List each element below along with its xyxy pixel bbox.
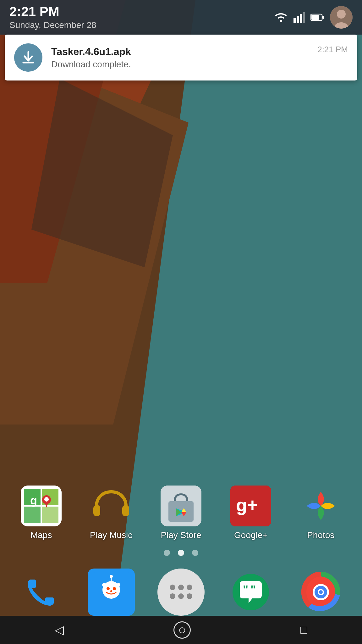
svg-point-42 (161, 572, 201, 613)
play-music-icon-img (91, 486, 132, 526)
google-plus-label: Google+ (234, 530, 268, 540)
notification-time: 2:21 PM (317, 45, 348, 54)
app-maps[interactable]: g Maps (14, 486, 69, 540)
wallpaper (0, 0, 362, 644)
svg-point-48 (187, 593, 192, 599)
status-date: Sunday, December 28 (9, 20, 274, 30)
svg-point-9 (337, 10, 346, 19)
svg-rect-4 (303, 12, 305, 23)
svg-point-35 (107, 587, 110, 590)
signal-icon (293, 12, 305, 23)
gplus-icon-img: g+ (230, 486, 271, 526)
dock-phone[interactable] (18, 569, 65, 616)
battery-icon (310, 13, 324, 22)
status-right (274, 6, 353, 29)
page-dot-3[interactable] (192, 550, 198, 556)
svg-text:g+: g+ (236, 495, 258, 515)
photos-icon-img (300, 486, 341, 526)
notification-card[interactable]: Tasker.4.6u1.apk Download complete. 2:21… (5, 35, 357, 80)
svg-rect-14 (24, 506, 41, 523)
page-indicators (0, 550, 362, 556)
svg-rect-1 (293, 18, 296, 23)
svg-point-0 (280, 20, 282, 22)
svg-rect-22 (93, 505, 100, 516)
maps-label: Maps (30, 530, 52, 540)
page-dot-1[interactable] (164, 550, 170, 556)
svg-text:g: g (30, 494, 37, 507)
svg-rect-2 (297, 16, 299, 23)
svg-text:": " (250, 583, 256, 596)
nav-bar: ◁ ○ □ (0, 616, 362, 644)
play-store-icon-img (161, 486, 201, 526)
svg-point-36 (113, 587, 116, 590)
nav-recents[interactable]: □ (300, 623, 307, 636)
svg-point-37 (102, 583, 106, 587)
dock-chrome[interactable] (297, 569, 344, 616)
svg-rect-15 (41, 506, 58, 523)
nav-home[interactable]: ○ (173, 621, 191, 639)
svg-rect-6 (322, 16, 324, 19)
svg-point-45 (187, 585, 192, 590)
maps-icon-img: g (21, 486, 62, 526)
svg-rect-7 (311, 15, 319, 20)
status-left: 2:21 PM Sunday, December 28 (9, 4, 274, 30)
status-bar: 2:21 PM Sunday, December 28 (0, 0, 362, 35)
app-google-plus[interactable]: g+ Google+ (223, 486, 278, 540)
svg-text:": " (243, 583, 248, 596)
notification-content: Tasker.4.6u1.apk Download complete. (51, 46, 317, 69)
dock-app-drawer[interactable] (157, 569, 205, 616)
play-music-label: Play Music (90, 530, 132, 540)
app-photos[interactable]: Photos (293, 486, 348, 540)
notification-title: Tasker.4.6u1.apk (51, 46, 317, 58)
nav-back[interactable]: ◁ (55, 623, 64, 637)
notification-subtitle: Download complete. (51, 59, 317, 69)
app-grid: g Maps Play Music (0, 486, 362, 540)
svg-rect-32 (21, 572, 62, 613)
status-time: 2:21 PM (9, 4, 274, 19)
dock-reddit[interactable] (88, 569, 135, 616)
download-icon (14, 43, 42, 72)
play-store-label: Play Store (161, 530, 201, 540)
svg-point-39 (110, 590, 112, 592)
bottom-dock: " " (0, 569, 362, 616)
svg-point-44 (178, 585, 184, 590)
app-play-store[interactable]: Play Store (153, 486, 208, 540)
svg-point-41 (110, 575, 113, 578)
svg-point-56 (319, 590, 323, 594)
svg-rect-23 (122, 505, 129, 516)
svg-point-43 (170, 585, 175, 590)
svg-point-21 (44, 497, 49, 502)
photos-label: Photos (307, 530, 334, 540)
dock-hangouts[interactable]: " " (227, 569, 274, 616)
svg-point-46 (170, 593, 175, 599)
page-dot-2[interactable] (178, 550, 184, 556)
wifi-icon (274, 12, 288, 23)
app-play-music[interactable]: Play Music (84, 486, 139, 540)
avatar[interactable] (330, 6, 353, 29)
svg-rect-3 (300, 14, 302, 23)
svg-point-38 (117, 583, 120, 587)
svg-point-47 (178, 593, 184, 599)
